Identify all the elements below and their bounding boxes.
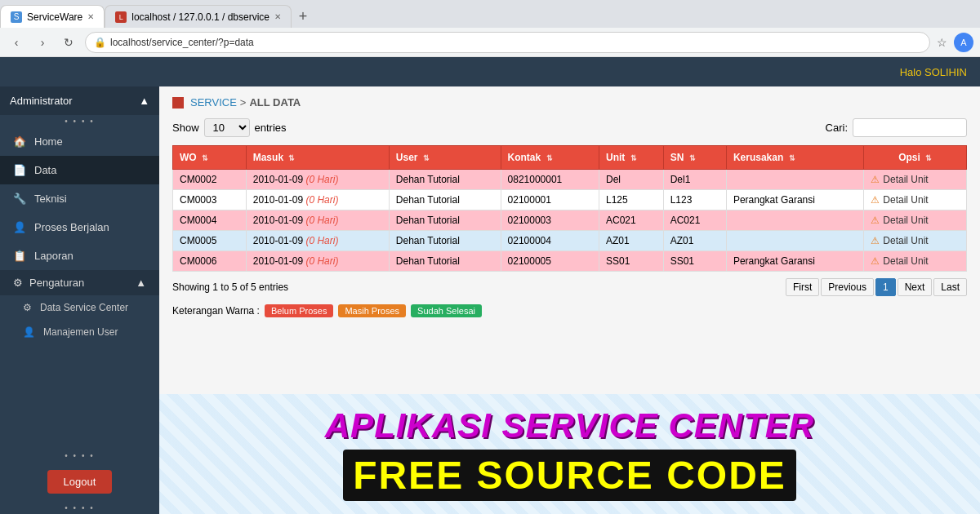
breadcrumb-icon — [172, 97, 184, 109]
cell-user: Dehan Tutorial — [389, 210, 501, 231]
table-row: CM0002 2010-01-09 (0 Hari) Dehan Tutoria… — [173, 170, 967, 190]
col-masuk[interactable]: Masuk ⇅ — [246, 146, 389, 170]
logout-button[interactable]: Logout — [47, 470, 113, 494]
entries-select[interactable]: 10 25 50 100 — [204, 118, 250, 137]
tab-localhost-icon: L — [115, 11, 127, 23]
main-content: SERVICE > ALL DATA Show 10 25 50 100 ent… — [159, 86, 980, 394]
url-text: localhost/service_center/?p=data — [110, 37, 254, 48]
col-user[interactable]: User ⇅ — [389, 146, 501, 170]
sidebar-item-teknisi[interactable]: 🔧 Teknisi — [0, 184, 159, 213]
controls-row: Show 10 25 50 100 entries Cari: — [172, 118, 967, 137]
cell-sn: AZ01 — [663, 231, 726, 251]
sidebar-sub-data-service[interactable]: ⚙ Data Service Center — [0, 295, 159, 320]
cell-user: Dehan Tutorial — [389, 251, 501, 272]
cell-kontak: 02100004 — [501, 231, 599, 251]
col-sn[interactable]: SN ⇅ — [663, 146, 726, 170]
cell-unit: SS01 — [599, 251, 664, 272]
cell-sn: AC021 — [663, 210, 726, 231]
masuk-date: 2010-01-09 — [253, 235, 303, 246]
reload-button[interactable]: ↻ — [59, 33, 78, 52]
table-row: CM0004 2010-01-09 (0 Hari) Dehan Tutoria… — [173, 210, 967, 231]
masuk-date: 2010-01-09 — [253, 174, 303, 185]
promo-banner: APLIKASI SERVICE CENTER FREE SOURCE CODE — [159, 394, 980, 514]
tab-serviceware-label: ServiceWare — [27, 11, 82, 23]
cell-unit: Del — [599, 170, 664, 190]
cell-masuk: 2010-01-09 (0 Hari) — [246, 190, 389, 210]
sidebar-item-laporan[interactable]: 📋 Laporan — [0, 241, 159, 270]
pagination: First Previous 1 Next Last — [786, 278, 967, 296]
sidebar-dots-bottom2: • • • • — [0, 502, 159, 514]
detail-unit-label: Detail Unit — [883, 215, 928, 226]
tab-serviceware[interactable]: S ServiceWare ✕ — [0, 5, 105, 28]
col-kerusakan[interactable]: Kerusakan ⇅ — [726, 146, 863, 170]
legend-label: Keterangan Warna : — [172, 305, 260, 317]
tab-localhost[interactable]: L localhost / 127.0.0.1 / dbservice ✕ — [105, 5, 292, 28]
sidebar-toggle-icon[interactable]: ▲ — [139, 95, 149, 107]
warning-icon: ⚠ — [871, 235, 880, 246]
manajemen-label: Manajemen User — [43, 326, 118, 338]
gear-icon: ⚙ — [13, 277, 23, 289]
home-icon: 🏠 — [13, 135, 26, 148]
showing-info: Showing 1 to 5 of 5 entries — [172, 281, 288, 293]
col-unit[interactable]: Unit ⇅ — [599, 146, 664, 170]
cell-opsi: ⚠ Detail Unit — [864, 210, 967, 231]
teknisi-icon: 🔧 — [13, 193, 26, 205]
cell-unit: AZ01 — [599, 231, 664, 251]
breadcrumb-link[interactable]: SERVICE — [190, 96, 237, 109]
cell-unit: AC021 — [599, 210, 664, 231]
table-row: CM0003 2010-01-09 (0 Hari) Dehan Tutoria… — [173, 190, 967, 210]
breadcrumb-separator: > — [240, 96, 247, 109]
breadcrumb-current: ALL DATA — [249, 96, 301, 109]
cell-wo: CM0003 — [173, 190, 247, 210]
cell-unit: L125 — [599, 190, 664, 210]
top-bar: Halo SOLIHIN — [0, 57, 980, 86]
sidebar-item-home[interactable]: 🏠 Home — [0, 127, 159, 156]
next-page-button[interactable]: Next — [898, 278, 933, 296]
sidebar-header: Administrator ▲ — [0, 86, 159, 115]
detail-unit-button[interactable]: ⚠ Detail Unit — [871, 194, 960, 206]
search-input[interactable] — [853, 118, 967, 137]
sidebar-item-proses[interactable]: 👤 Proses Berjalan — [0, 213, 159, 241]
back-button[interactable]: ‹ — [7, 33, 26, 52]
col-opsi[interactable]: Opsi ⇅ — [864, 146, 967, 170]
detail-unit-button[interactable]: ⚠ Detail Unit — [871, 215, 960, 226]
cell-kerusakan — [726, 170, 863, 190]
sidebar-sub-manajemen[interactable]: 👤 Manajemen User — [0, 320, 159, 344]
masuk-date: 2010-01-09 — [253, 194, 303, 206]
masuk-hari: (0 Hari) — [305, 194, 338, 206]
detail-unit-button[interactable]: ⚠ Detail Unit — [871, 255, 960, 267]
data-service-label: Data Service Center — [40, 302, 128, 313]
tab-localhost-close[interactable]: ✕ — [274, 12, 281, 21]
table-row: CM0005 2010-01-09 (0 Hari) Dehan Tutoria… — [173, 231, 967, 251]
profile-icon[interactable]: A — [954, 33, 973, 52]
col-kontak[interactable]: Kontak ⇅ — [501, 146, 599, 170]
manajemen-icon: 👤 — [23, 326, 35, 338]
cell-opsi: ⚠ Detail Unit — [864, 231, 967, 251]
masuk-hari: (0 Hari) — [305, 255, 338, 267]
cell-opsi: ⚠ Detail Unit — [864, 190, 967, 210]
detail-unit-button[interactable]: ⚠ Detail Unit — [871, 174, 960, 185]
warning-icon: ⚠ — [871, 174, 880, 185]
prev-page-button[interactable]: Previous — [821, 278, 874, 296]
settings-toggle-icon[interactable]: ▲ — [136, 277, 146, 289]
cell-kerusakan: Perangkat Garansi — [726, 190, 863, 210]
sidebar-data-label: Data — [34, 164, 56, 176]
new-tab-button[interactable]: + — [292, 5, 314, 28]
last-page-button[interactable]: Last — [933, 278, 967, 296]
bookmark-icon[interactable]: ☆ — [937, 36, 947, 49]
sidebar-section-pengaturan[interactable]: ⚙ Pengaturan ▲ — [0, 270, 159, 295]
cell-sn: SS01 — [663, 251, 726, 272]
search-label: Cari: — [826, 122, 848, 134]
masuk-hari: (0 Hari) — [305, 215, 338, 226]
col-wo[interactable]: WO ⇅ — [173, 146, 247, 170]
page-1-button[interactable]: 1 — [875, 278, 896, 296]
sidebar-item-data[interactable]: 📄 Data — [0, 156, 159, 184]
forward-button[interactable]: › — [33, 33, 52, 52]
masuk-date: 2010-01-09 — [253, 255, 303, 267]
breadcrumb: SERVICE > ALL DATA — [172, 96, 967, 109]
detail-unit-button[interactable]: ⚠ Detail Unit — [871, 235, 960, 246]
cell-kontak: 02100005 — [501, 251, 599, 272]
first-page-button[interactable]: First — [786, 278, 819, 296]
laporan-icon: 📋 — [13, 250, 26, 262]
tab-serviceware-close[interactable]: ✕ — [87, 12, 94, 21]
